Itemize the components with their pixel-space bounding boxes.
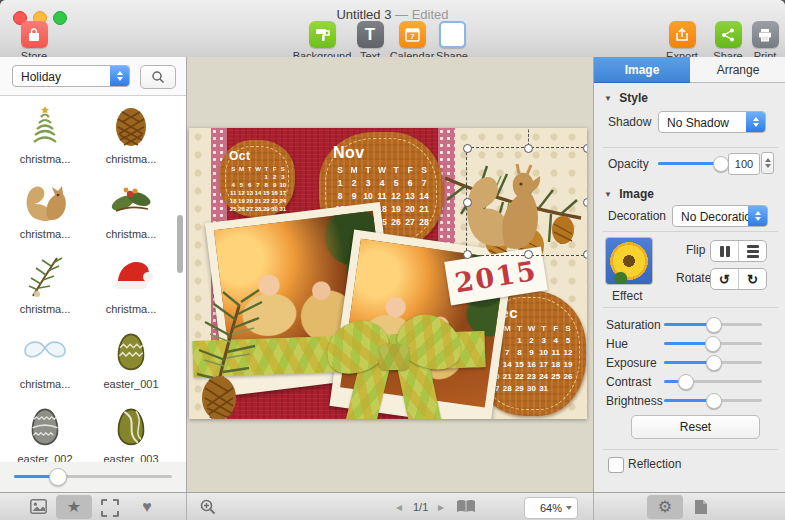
opacity-stepper[interactable] [761,152,774,174]
holly-branch-icon [88,176,174,226]
decoration-select[interactable]: No Decoration [672,205,768,227]
resize-handle-w[interactable] [463,198,472,207]
clipart-item[interactable]: christma... [2,322,88,397]
opacity-field[interactable]: 100 [728,153,760,175]
slider-thumb[interactable] [706,317,722,333]
selection-box[interactable] [466,147,587,256]
zoom-tool-button[interactable] [200,499,216,519]
slider-thumb[interactable] [49,468,67,486]
calendar-grid: SMTWTFS123456789101112131415161718192021… [229,165,287,213]
pages-panel-button[interactable] [694,499,708,519]
pine-branch-sticker[interactable] [189,276,285,419]
decoration-value: No Decoration [681,210,758,224]
frames-tab-button[interactable] [101,499,119,517]
store-icon [21,21,48,48]
tab-arrange[interactable]: Arrange [690,57,785,83]
slider-thumb[interactable] [713,156,729,172]
photos-tab-button[interactable] [30,499,47,518]
chevron-down-icon [566,506,572,510]
flip-horizontal-button[interactable] [711,241,738,261]
exposure-slider[interactable] [664,361,762,364]
slider-thumb[interactable] [678,374,694,390]
store-button[interactable]: Store [4,21,64,62]
year-text: 2015 [453,254,540,298]
saturation-label: Saturation [606,318,661,332]
clipart-item[interactable]: christma... [88,172,174,247]
disclosure-triangle-icon: ▼ [604,190,612,199]
rotate-left-button[interactable]: ↺ [711,269,738,289]
clipart-item[interactable]: easter_001 [88,322,174,397]
resize-handle-nw[interactable] [463,144,472,153]
resize-handle-ne[interactable] [583,144,587,153]
tab-image[interactable]: Image [594,57,690,83]
rotate-right-button[interactable]: ↻ [738,269,766,289]
clipart-item[interactable]: christma... [2,97,88,172]
month-title: Nov [333,144,431,162]
bow-knot [379,344,409,370]
thumbnail-size-slider[interactable] [14,475,172,478]
shadow-value: No Shadow [667,116,729,130]
book-icon [456,499,476,515]
clipart-item[interactable]: easter_003 [88,397,174,463]
design-canvas[interactable]: Oct SMTWTFS12345678910111213141516171819… [187,57,593,492]
resize-handle-s[interactable] [524,250,533,259]
design-page[interactable]: Oct SMTWTFS12345678910111213141516171819… [189,128,587,419]
resize-handle-e[interactable] [583,198,587,207]
slider-thumb[interactable] [705,336,721,352]
zoom-plus-icon [200,499,216,515]
frame-icon [101,499,119,517]
slider-thumb[interactable] [706,393,722,409]
decoration-label: Decoration [608,209,666,223]
flip-vertical-button[interactable] [738,241,766,261]
star-icon: ★ [56,495,92,519]
search-button[interactable] [140,65,176,89]
slider-fill [658,162,720,165]
select-stepper-icon [110,66,129,86]
contrast-label: Contrast [606,375,651,389]
resize-handle-se[interactable] [583,250,587,259]
effect-thumbnail[interactable] [606,238,652,284]
resize-handle-n[interactable] [524,144,533,153]
saturation-slider[interactable] [664,323,762,326]
ribbon-bow[interactable] [325,304,465,419]
previous-page-button[interactable]: ◂ [396,493,402,520]
slider-thumb[interactable] [706,355,722,371]
shadow-select[interactable]: No Shadow [658,111,766,133]
image-section-header[interactable]: ▼ Image [604,187,654,201]
exposure-label: Exposure [606,356,657,370]
status-bar: ★ ♥ ◂ 1/1 ▸ 64% ⚙ [0,492,785,520]
reset-button[interactable]: Reset [631,415,760,439]
clipart-label: christma... [2,153,88,165]
pine-branch-icon [2,251,88,301]
clipart-label: christma... [88,303,174,315]
sidebar-header: Holiday [0,57,186,96]
sidebar-scrollbar[interactable] [177,215,183,273]
resize-handle-sw[interactable] [463,250,472,259]
easter-egg-icon [2,401,88,451]
clipart-grid: christma... christma... christma... chri… [2,97,174,463]
clipart-item[interactable]: christma... [88,247,174,322]
favorites-tab-button[interactable]: ♥ [137,495,157,519]
hue-slider[interactable] [664,342,762,345]
select-stepper-icon [748,206,767,226]
hue-label: Hue [606,337,628,351]
print-button[interactable]: Print [733,21,785,62]
opacity-slider[interactable] [658,162,720,165]
zoom-level-value: 64% [540,502,562,514]
clipart-item[interactable]: christma... [2,172,88,247]
book-view-button[interactable] [456,499,476,519]
calendar-october[interactable]: Oct SMTWTFS12345678910111213141516171819… [219,140,295,217]
inspector-toggle-button[interactable]: ⚙ [647,495,683,519]
shape-button[interactable]: Shape [420,21,484,62]
zoom-level-select[interactable]: 64% [524,497,578,519]
reflection-checkbox[interactable] [608,457,624,473]
brightness-slider[interactable] [664,399,762,402]
category-select[interactable]: Holiday [12,65,130,87]
contrast-slider[interactable] [664,380,762,383]
style-section-header[interactable]: ▼ Style [604,91,648,105]
clipart-item[interactable]: easter_002 [2,397,88,463]
clipart-item[interactable]: christma... [2,247,88,322]
next-page-button[interactable]: ▸ [438,493,444,520]
clipart-tab-button[interactable]: ★ [56,495,92,519]
clipart-item[interactable]: christma... [88,97,174,172]
